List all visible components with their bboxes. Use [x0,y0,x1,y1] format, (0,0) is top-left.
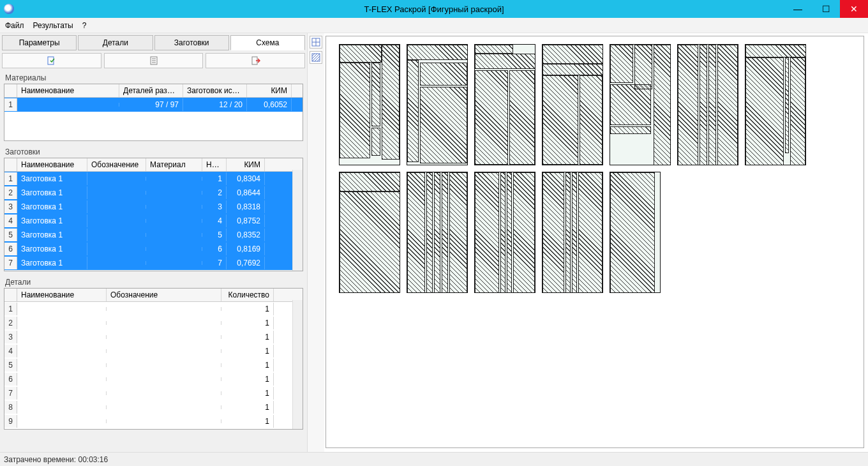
table-row[interactable]: 11 [4,302,303,316]
menu-results[interactable]: Результаты [33,21,73,30]
scrollbar[interactable] [292,170,303,271]
hatch-icon [311,53,320,62]
status-bar: Затрачено времени: 00:03:16 [0,452,868,466]
nesting-canvas[interactable] [326,36,864,448]
table-row[interactable]: 2Заготовка 120,8644 [4,186,303,200]
sheet-preview[interactable] [542,172,603,293]
col-name[interactable]: Наименование [17,158,87,171]
minimize-button[interactable]: — [784,0,812,18]
section-title-materials: Материалы [4,71,303,84]
table-row[interactable]: 51 [4,358,303,372]
col-num[interactable]: Но... [202,158,227,171]
sheet-preview[interactable] [677,44,738,165]
section-title-blanks: Заготовки [4,145,303,158]
col-name[interactable]: Наименование [17,289,107,301]
table-row[interactable]: 1Заготовка 110,8304 [4,172,303,186]
right-pane [308,33,868,452]
tab-details[interactable]: Детали [78,35,153,50]
toolbar-btn-3[interactable] [206,53,305,68]
document-check-icon [47,56,57,66]
table-row[interactable]: 4Заготовка 140,8752 [4,214,303,228]
col-name[interactable]: Наименование [17,84,119,97]
sheet-preview[interactable] [474,172,535,293]
table-row[interactable]: 21 [4,316,303,330]
window-title: T-FLEX Раскрой [Фигурный раскрой] [364,4,504,14]
sheet-preview[interactable] [610,44,671,165]
table-row[interactable]: 61 [4,372,303,386]
left-toolbar [0,50,307,71]
tab-blanks[interactable]: Заготовки [154,35,229,50]
sheet-preview[interactable] [339,172,400,293]
table-row[interactable]: 7Заготовка 170,7692 [4,256,303,270]
col-placed[interactable]: Деталей разме... [119,84,183,97]
menu-help[interactable]: ? [82,21,87,30]
scrollbar[interactable] [292,300,303,429]
sheet-preview[interactable] [474,44,535,165]
title-bar: T-FLEX Раскрой [Фигурный раскрой] — ☐ ✕ [0,0,868,18]
toolbar-btn-2[interactable] [104,53,204,68]
table-row[interactable]: 197 / 9712 / 200,6052 [4,98,303,112]
status-elapsed-value: 00:03:16 [78,455,108,464]
col-desig[interactable]: Обозначение [87,158,146,171]
table-row[interactable]: 5Заготовка 150,8352 [4,228,303,242]
status-elapsed-label: Затрачено времени: [4,455,76,464]
right-tools [308,33,324,452]
table-row[interactable]: 81 [4,400,303,414]
sheet-preview[interactable] [542,44,603,165]
table-row[interactable]: 91 [4,414,303,428]
col-qty[interactable]: Количество [221,289,274,301]
col-desig[interactable]: Обозначение [107,289,221,301]
table-row[interactable]: 31 [4,330,303,344]
col-material[interactable]: Материал [146,158,202,171]
details-grid[interactable]: Наименование Обозначение Количество 1121… [4,288,303,430]
col-kim[interactable]: КИМ [247,84,292,97]
tab-scheme[interactable]: Схема [230,35,305,50]
view-mode-2-button[interactable] [310,51,322,64]
sheet-preview[interactable] [339,44,400,165]
maximize-button[interactable]: ☐ [812,0,840,18]
menu-bar: Файл Результаты ? [0,18,868,33]
sheet-preview[interactable] [745,44,806,165]
tab-parameters[interactable]: Параметры [2,35,77,50]
table-row[interactable]: 6Заготовка 160,8169 [4,242,303,256]
sheet-preview[interactable] [610,172,661,293]
app-icon [4,4,14,14]
sheet-preview[interactable] [407,44,468,165]
window-controls: — ☐ ✕ [784,0,868,18]
col-kim[interactable]: КИМ [227,158,265,171]
menu-file[interactable]: Файл [5,21,24,30]
close-button[interactable]: ✕ [840,0,868,18]
document-icon [149,56,159,66]
blanks-grid[interactable]: Наименование Обозначение Материал Но... … [4,158,303,271]
col-blanks-used[interactable]: Заготовок испо... [183,84,247,97]
left-tabs: Параметры Детали Заготовки Схема [0,33,307,50]
sheet-preview[interactable] [407,172,468,293]
view-mode-1-button[interactable] [310,36,322,49]
left-pane: Параметры Детали Заготовки Схема Материа… [0,33,308,452]
grid-icon [311,38,320,47]
export-icon [250,56,260,66]
section-title-details: Детали [4,275,303,288]
table-row[interactable]: 71 [4,386,303,400]
toolbar-btn-1[interactable] [2,53,101,68]
table-row[interactable]: 3Заготовка 130,8318 [4,200,303,214]
materials-grid[interactable]: Наименование Деталей разме... Заготовок … [4,84,303,141]
table-row[interactable]: 41 [4,344,303,358]
